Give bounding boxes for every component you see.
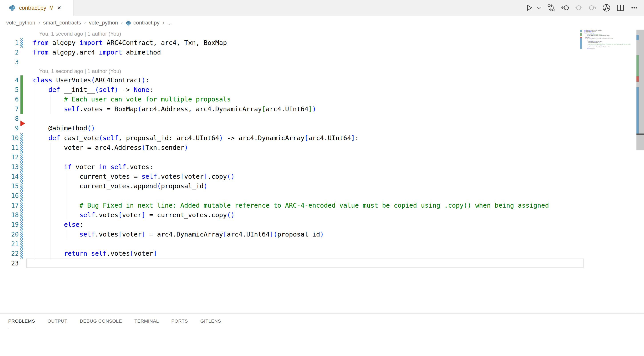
line-number[interactable]: 14 (0, 172, 19, 181)
overview-cursor-mark (636, 133, 644, 135)
code-line[interactable]: 15 current_votes.append(proposal_id) (0, 181, 580, 191)
breadcrumb-item[interactable]: contract.py (126, 20, 159, 26)
code-line[interactable]: 19 else: (0, 220, 580, 229)
gutter-diff-marker (20, 181, 23, 191)
gutter-diff-marker (20, 57, 23, 67)
minimap[interactable]: from algopy import ARC4Contract, arc4, T… (580, 30, 636, 61)
line-number[interactable]: 19 (0, 220, 19, 229)
panel-tab-debug-console[interactable]: DEBUG CONSOLE (80, 313, 122, 329)
gutter-diff-marker (20, 85, 23, 95)
code-line[interactable]: 20 self.votes[voter] = arc4.DynamicArray… (0, 230, 580, 239)
line-number[interactable]: 9 (0, 123, 19, 133)
tab-close-icon[interactable]: × (57, 5, 61, 11)
line-number[interactable]: 20 (0, 230, 19, 239)
code-line-text: else: (33, 220, 83, 229)
line-number[interactable]: 8 (0, 114, 19, 123)
code-line[interactable]: 17 # Bug Fixed in next line: Added mutab… (0, 201, 580, 210)
line-number[interactable]: 2 (0, 48, 19, 57)
split-editor-icon[interactable] (616, 4, 624, 12)
open-changes-swap-icon[interactable] (547, 4, 555, 12)
indent-guide (50, 172, 50, 181)
code-line-text: current_votes = self.votes[voter].copy() (33, 172, 235, 181)
panel-tab-ports[interactable]: PORTS (171, 313, 188, 329)
vscode-window: contract.py M × (0, 0, 644, 356)
line-number[interactable]: 17 (0, 201, 19, 210)
indent-guide (50, 239, 50, 249)
code-line[interactable]: 18 self.votes[voter] = current_votes.cop… (0, 210, 580, 220)
code-line[interactable]: 22 return self.votes[voter] (0, 249, 580, 258)
breadcrumb-item[interactable]: vote_python (89, 20, 118, 26)
code-line[interactable]: 8 (0, 114, 580, 123)
code-line[interactable]: 13 if voter in self.votes: (0, 162, 580, 172)
indent-guide (50, 230, 50, 239)
previous-change-circle-arrow-icon[interactable] (561, 4, 569, 12)
code-line[interactable]: 11 voter = arc4.Address(Txn.sender) (0, 143, 580, 152)
code-line[interactable]: 10 def cast_vote(self, proposal_id: arc4… (0, 133, 580, 143)
panel-tab-bar: PROBLEMSOUTPUTDEBUG CONSOLETERMINALPORTS… (8, 313, 221, 329)
code-editor[interactable]: You, 1 second ago | 1 author (You)1from … (0, 30, 644, 313)
gitlens-blame-annotation[interactable]: You, 1 second ago | 1 author (You) (0, 30, 580, 38)
breadcrumb-item[interactable]: ... (167, 20, 172, 26)
line-number[interactable]: 3 (0, 57, 19, 67)
gutter-diff-marker (20, 143, 23, 152)
code-line-text: if voter in self.votes: (33, 162, 153, 172)
line-number[interactable]: 13 (0, 162, 19, 172)
code-line[interactable]: 16 (0, 191, 580, 201)
breadcrumb-item[interactable]: vote_python (6, 20, 35, 26)
code-line[interactable]: 6 # Each user can vote for multiple prop… (0, 95, 580, 104)
line-number[interactable]: 18 (0, 210, 19, 220)
gutter-deleted-lines-icon[interactable] (20, 121, 25, 126)
line-number[interactable]: 10 (0, 133, 19, 143)
breadcrumb-separator-icon: › (38, 20, 40, 26)
line-number[interactable]: 12 (0, 152, 19, 162)
more-actions-icon[interactable] (630, 4, 638, 12)
code-line[interactable]: 23 (0, 259, 580, 268)
breadcrumb: vote_python›smart_contracts›vote_python›… (6, 16, 172, 30)
commit-graph-icon[interactable] (602, 4, 611, 12)
panel-tab-output[interactable]: OUTPUT (48, 313, 67, 329)
code-line[interactable]: 14 current_votes = self.votes[voter].cop… (0, 172, 580, 181)
indent-guide (35, 172, 35, 181)
line-number[interactable]: 23 (0, 259, 19, 268)
panel-tab-problems[interactable]: PROBLEMS (8, 313, 35, 329)
line-number[interactable]: 5 (0, 85, 19, 95)
line-number[interactable]: 11 (0, 143, 19, 152)
line-number[interactable]: 15 (0, 181, 19, 191)
code-line[interactable]: 2from algopy.arc4 import abimethod (0, 48, 580, 57)
line-number[interactable]: 22 (0, 249, 19, 258)
line-number[interactable]: 1 (0, 38, 19, 48)
gutter-diff-marker (20, 210, 23, 220)
line-number[interactable]: 6 (0, 95, 19, 104)
tab-contract-py[interactable]: contract.py M × (0, 0, 74, 16)
indent-guide (50, 201, 50, 210)
change-circle-disabled-icon[interactable] (575, 4, 583, 12)
code-line[interactable]: 5 def __init__(self) -> None: (0, 85, 580, 95)
line-number[interactable]: 16 (0, 191, 19, 201)
code-line-text: # Bug Fixed in next line: Added mutable … (33, 201, 549, 210)
indent-guide (35, 220, 35, 229)
code-line[interactable]: 12 (0, 152, 580, 162)
run-python-file-icon[interactable] (525, 4, 533, 12)
next-change-circle-disabled-icon[interactable] (588, 4, 596, 12)
scrollbar[interactable] (636, 30, 644, 313)
panel-tab-gitlens[interactable]: GITLENS (200, 313, 221, 329)
line-number[interactable]: 21 (0, 239, 19, 249)
gutter-diff-marker (20, 249, 23, 258)
code-line[interactable]: 4class UserVotes(ARC4Contract): (0, 75, 580, 85)
code-line[interactable]: 21 (0, 239, 580, 249)
indent-guide (35, 85, 35, 95)
code-line[interactable]: 9 @abimethod() (0, 123, 580, 133)
indent-guide (35, 114, 35, 123)
breadcrumb-item[interactable]: smart_contracts (43, 20, 81, 26)
code-line[interactable]: 1from algopy import ARC4Contract, arc4, … (0, 38, 580, 48)
code-line[interactable]: 7 self.votes = BoxMap(arc4.Address, arc4… (0, 104, 580, 114)
run-options-chevron-icon[interactable] (536, 5, 541, 10)
gutter-diff-marker (20, 95, 23, 104)
panel-tab-terminal[interactable]: TERMINAL (134, 313, 159, 329)
breadcrumb-separator-icon: › (84, 20, 86, 26)
code-line[interactable]: 3 (0, 57, 580, 67)
line-number[interactable]: 7 (0, 104, 19, 114)
line-number[interactable]: 4 (0, 75, 19, 85)
gitlens-blame-annotation[interactable]: You, 1 second ago | 1 author (You) (0, 67, 580, 75)
gutter-diff-marker (20, 152, 23, 162)
